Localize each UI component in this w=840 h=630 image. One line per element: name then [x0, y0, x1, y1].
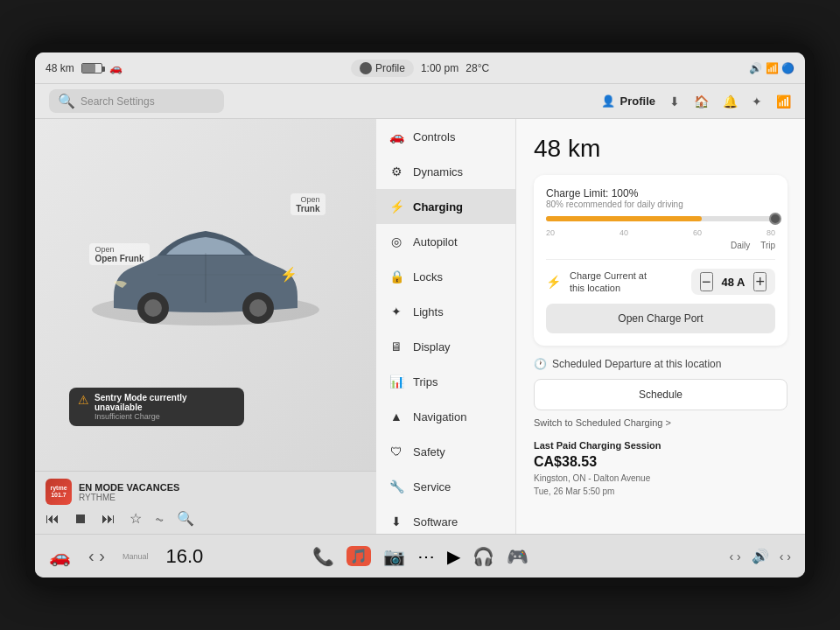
music-app[interactable]: 🎵: [346, 546, 371, 566]
decrease-current-button[interactable]: −: [700, 272, 713, 291]
charge-current-label: Charge Current atthis location: [570, 270, 682, 295]
stop-button[interactable]: ⏹: [74, 511, 88, 527]
warning-icon: ⚠: [78, 393, 89, 407]
nav-item-dynamics[interactable]: ⚙ Dynamics: [376, 154, 515, 189]
nav-arrows[interactable]: ‹ ›: [88, 546, 105, 566]
main-content: Open Open Frunk Open Trunk: [35, 119, 805, 534]
bell-icon[interactable]: 🔔: [723, 94, 738, 108]
search-bar: 🔍 Search Settings 👤 Profile ⬇ 🏠 🔔 ✦ 📶: [35, 84, 805, 119]
sentry-title: Sentry Mode currently unavailable: [94, 393, 235, 412]
open-charge-port-button[interactable]: Open Charge Port: [546, 304, 775, 333]
download-icon[interactable]: ⬇: [669, 94, 680, 108]
car-image: ⚡: [79, 205, 332, 348]
charging-icon: ⚡: [388, 200, 404, 214]
nav-autopilot-label: Autopilot: [413, 235, 458, 248]
nav-software-label: Software: [413, 515, 458, 528]
profile-label: Profile: [375, 62, 405, 74]
status-bar: 48 km 🚗 Profile 1:00 pm 28°C 🔊 📶 🔵: [35, 52, 805, 84]
charge-slider[interactable]: [546, 216, 775, 221]
taskbar-chevrons-right[interactable]: ‹ ›: [780, 550, 791, 564]
home-icon[interactable]: 🏠: [694, 94, 709, 108]
taskbar: 🚗 ‹ › Manual 16.0 📞 🎵 📷 ⋯ ▶ 🎧 🎮 ‹ › 🔊 ‹ …: [35, 534, 805, 578]
like-button[interactable]: ☆: [130, 510, 142, 527]
battery-icon: [81, 63, 102, 74]
content-panel: 48 km Charge Limit: 100% 80% recommended…: [516, 119, 805, 534]
game-app[interactable]: 🎮: [507, 546, 528, 567]
safety-icon: 🛡: [388, 444, 404, 458]
car-panel: Open Open Frunk Open Trunk: [35, 119, 376, 534]
taskbar-apps: 📞 🎵 📷 ⋯ ▶ 🎧 🎮: [312, 546, 528, 567]
camera-app[interactable]: 📷: [383, 546, 405, 567]
sentry-sub: Insufficient Charge: [94, 412, 235, 421]
nav-item-service[interactable]: 🔧 Service: [376, 469, 515, 504]
eq-button[interactable]: ⏦: [156, 512, 163, 526]
increase-current-button[interactable]: +: [753, 272, 766, 291]
trips-icon: 📊: [388, 374, 404, 388]
gear-label: Manual: [122, 552, 149, 561]
software-icon: ⬇: [388, 514, 404, 528]
profile-section[interactable]: 👤 Profile: [601, 94, 655, 108]
music-controls: ⏮ ⏹ ⏭ ☆ ⏦ 🔍: [46, 510, 366, 527]
next-button[interactable]: ⏭: [102, 511, 116, 527]
bluetooth-icon[interactable]: ✦: [752, 94, 762, 108]
nav-item-safety[interactable]: 🛡 Safety: [376, 434, 515, 469]
profile-button[interactable]: Profile: [351, 60, 414, 77]
sentry-warning: ⚠ Sentry Mode currently unavailable Insu…: [69, 388, 244, 426]
music-player: rytme101.7 EN MODE VACANCES RYTHME ⏮ ⏹ ⏭…: [35, 471, 376, 534]
current-value: 48 A: [722, 276, 746, 289]
display-icon: 🖥: [388, 340, 404, 354]
svg-point-2: [144, 299, 162, 317]
nav-item-charging[interactable]: ⚡ Charging: [376, 189, 515, 224]
scheduled-departure-label: Scheduled Departure at this location: [552, 358, 721, 370]
more-app[interactable]: ⋯: [417, 546, 435, 567]
last-session-title: Last Paid Charging Session: [534, 440, 788, 451]
taskbar-chevrons[interactable]: ‹ ›: [730, 550, 741, 564]
spotify-app[interactable]: 🎧: [472, 546, 494, 567]
slider-labels: 20 40 60 80: [546, 228, 775, 237]
nav-item-autopilot[interactable]: ◎ Autopilot: [376, 224, 515, 259]
clock-icon: 🕐: [534, 358, 547, 370]
phone-app[interactable]: 📞: [312, 546, 334, 567]
scheduled-departure-section: 🕐 Scheduled Departure at this location: [534, 358, 788, 370]
schedule-button[interactable]: Schedule: [534, 379, 788, 410]
nav-display-label: Display: [413, 340, 451, 354]
gear-info: Manual: [122, 552, 149, 561]
nav-safety-label: Safety: [413, 445, 445, 458]
prev-button[interactable]: ⏮: [46, 511, 60, 527]
nav-lights-label: Lights: [413, 305, 444, 318]
slider-thumb[interactable]: [769, 213, 781, 225]
taskbar-right: ‹ › 🔊 ‹ ›: [730, 548, 791, 564]
charge-card: Charge Limit: 100% 80% recommended for d…: [534, 175, 788, 346]
dynamics-icon: ⚙: [388, 164, 404, 178]
search-input-wrap[interactable]: 🔍 Search Settings: [49, 89, 224, 113]
signal-icon[interactable]: 📶: [776, 94, 791, 108]
switch-charging-link[interactable]: Switch to Scheduled Charging >: [534, 417, 788, 428]
status-icons: 🔊 📶 🔵: [749, 62, 794, 74]
charge-current-row: ⚡ Charge Current atthis location − 48 A …: [546, 259, 775, 295]
last-session-amount: CA$38.53: [534, 454, 788, 470]
nav-item-navigation[interactable]: ▲ Navigation: [376, 399, 515, 434]
car-icon: 🚗: [109, 62, 122, 74]
car-taskbar-icon[interactable]: 🚗: [49, 546, 71, 567]
nav-controls-label: Controls: [413, 130, 455, 144]
media-app[interactable]: ▶: [447, 546, 460, 567]
track-title: EN MODE VACANCES: [79, 482, 179, 493]
nav-item-lights[interactable]: ✦ Lights: [376, 294, 515, 329]
charge-stepper: − 48 A +: [691, 269, 775, 295]
nav-charging-label: Charging: [413, 200, 463, 214]
nav-item-locks[interactable]: 🔒 Locks: [376, 259, 515, 294]
profile-icon: [360, 62, 372, 74]
nav-item-display[interactable]: 🖥 Display: [376, 329, 515, 364]
volume-icon[interactable]: 🔊: [752, 548, 769, 564]
nav-item-controls[interactable]: 🚗 Controls: [376, 119, 515, 154]
nav-item-trips[interactable]: 📊 Trips: [376, 364, 515, 399]
track-artist: RYTHME: [79, 493, 179, 502]
speed-display: 16.0: [165, 545, 203, 568]
nav-item-software[interactable]: ⬇ Software: [376, 504, 515, 534]
time-display: 1:00 pm: [421, 62, 458, 74]
charge-current-icon: ⚡: [546, 275, 561, 289]
search-music-button[interactable]: 🔍: [177, 510, 194, 527]
slider-fill: [546, 216, 702, 221]
lights-icon: ✦: [388, 304, 404, 318]
station-logo: rytme101.7: [46, 479, 72, 505]
